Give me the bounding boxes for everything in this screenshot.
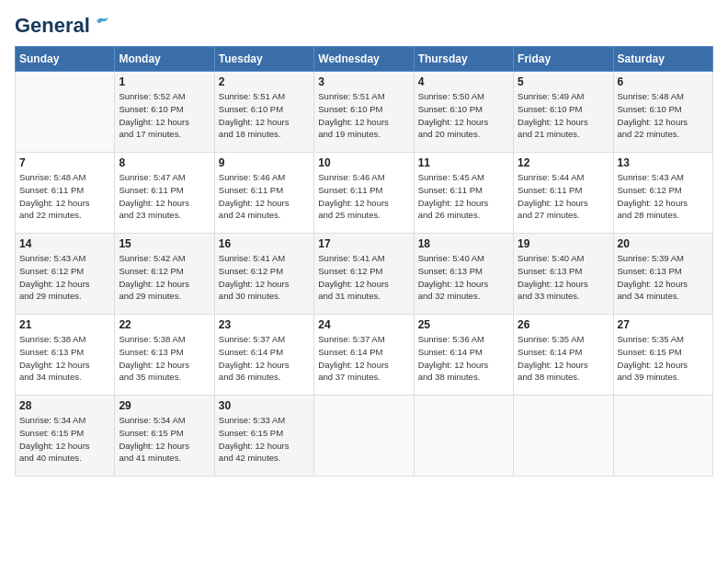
- day-info: Sunrise: 5:52 AM Sunset: 6:10 PM Dayligh…: [119, 90, 210, 141]
- day-info: Sunrise: 5:46 AM Sunset: 6:11 PM Dayligh…: [219, 171, 310, 222]
- day-info: Sunrise: 5:38 AM Sunset: 6:13 PM Dayligh…: [19, 333, 110, 384]
- day-info: Sunrise: 5:50 AM Sunset: 6:10 PM Dayligh…: [418, 90, 509, 141]
- day-info: Sunrise: 5:33 AM Sunset: 6:15 PM Dayligh…: [219, 414, 310, 465]
- weekday-header-thursday: Thursday: [414, 47, 513, 72]
- day-info: Sunrise: 5:44 AM Sunset: 6:11 PM Dayligh…: [518, 171, 609, 222]
- day-info: Sunrise: 5:51 AM Sunset: 6:10 PM Dayligh…: [318, 90, 409, 141]
- calendar-cell: 15Sunrise: 5:42 AM Sunset: 6:12 PM Dayli…: [115, 234, 214, 315]
- day-info: Sunrise: 5:35 AM Sunset: 6:14 PM Dayligh…: [518, 333, 609, 384]
- calendar-cell: 29Sunrise: 5:34 AM Sunset: 6:15 PM Dayli…: [115, 396, 214, 477]
- calendar-cell: 14Sunrise: 5:43 AM Sunset: 6:12 PM Dayli…: [16, 234, 115, 315]
- day-number: 15: [119, 237, 210, 250]
- day-info: Sunrise: 5:40 AM Sunset: 6:13 PM Dayligh…: [518, 252, 609, 303]
- calendar-cell: 10Sunrise: 5:46 AM Sunset: 6:11 PM Dayli…: [314, 153, 414, 234]
- day-info: Sunrise: 5:48 AM Sunset: 6:10 PM Dayligh…: [618, 90, 709, 141]
- calendar-cell: 3Sunrise: 5:51 AM Sunset: 6:10 PM Daylig…: [314, 72, 414, 153]
- day-number: 8: [119, 156, 210, 169]
- calendar-week-row: 1Sunrise: 5:52 AM Sunset: 6:10 PM Daylig…: [16, 72, 713, 153]
- calendar-week-row: 21Sunrise: 5:38 AM Sunset: 6:13 PM Dayli…: [16, 315, 713, 396]
- day-number: 19: [518, 237, 609, 250]
- day-number: 20: [618, 237, 709, 250]
- logo-bird-icon: [94, 13, 110, 29]
- page-header: General: [15, 15, 713, 37]
- day-number: 17: [318, 237, 409, 250]
- day-number: 3: [318, 75, 409, 88]
- calendar-cell: 11Sunrise: 5:45 AM Sunset: 6:11 PM Dayli…: [414, 153, 513, 234]
- day-info: Sunrise: 5:38 AM Sunset: 6:13 PM Dayligh…: [119, 333, 210, 384]
- day-number: 11: [418, 156, 509, 169]
- day-number: 29: [119, 399, 210, 412]
- day-info: Sunrise: 5:43 AM Sunset: 6:12 PM Dayligh…: [19, 252, 110, 303]
- day-number: 18: [418, 237, 509, 250]
- calendar-cell: 25Sunrise: 5:36 AM Sunset: 6:14 PM Dayli…: [414, 315, 513, 396]
- calendar-cell: 26Sunrise: 5:35 AM Sunset: 6:14 PM Dayli…: [514, 315, 613, 396]
- day-number: 10: [318, 156, 409, 169]
- day-info: Sunrise: 5:47 AM Sunset: 6:11 PM Dayligh…: [119, 171, 210, 222]
- calendar-cell: 12Sunrise: 5:44 AM Sunset: 6:11 PM Dayli…: [514, 153, 613, 234]
- day-info: Sunrise: 5:41 AM Sunset: 6:12 PM Dayligh…: [219, 252, 310, 303]
- calendar-cell: 27Sunrise: 5:35 AM Sunset: 6:15 PM Dayli…: [613, 315, 712, 396]
- calendar-cell: 6Sunrise: 5:48 AM Sunset: 6:10 PM Daylig…: [613, 72, 712, 153]
- weekday-header-row: SundayMondayTuesdayWednesdayThursdayFrid…: [16, 47, 713, 72]
- day-number: 9: [219, 156, 310, 169]
- day-info: Sunrise: 5:34 AM Sunset: 6:15 PM Dayligh…: [19, 414, 110, 465]
- day-number: 12: [518, 156, 609, 169]
- day-info: Sunrise: 5:37 AM Sunset: 6:14 PM Dayligh…: [318, 333, 409, 384]
- weekday-header-saturday: Saturday: [613, 47, 712, 72]
- calendar-cell: 23Sunrise: 5:37 AM Sunset: 6:14 PM Dayli…: [214, 315, 313, 396]
- calendar-cell: 1Sunrise: 5:52 AM Sunset: 6:10 PM Daylig…: [115, 72, 214, 153]
- day-number: 2: [219, 75, 310, 88]
- weekday-header-sunday: Sunday: [16, 47, 115, 72]
- calendar-cell: [514, 396, 613, 477]
- calendar-cell: 17Sunrise: 5:41 AM Sunset: 6:12 PM Dayli…: [314, 234, 414, 315]
- day-info: Sunrise: 5:37 AM Sunset: 6:14 PM Dayligh…: [219, 333, 310, 384]
- day-info: Sunrise: 5:46 AM Sunset: 6:11 PM Dayligh…: [318, 171, 409, 222]
- logo: General: [15, 15, 110, 37]
- weekday-header-friday: Friday: [514, 47, 613, 72]
- calendar-cell: 5Sunrise: 5:49 AM Sunset: 6:10 PM Daylig…: [514, 72, 613, 153]
- calendar-cell: 22Sunrise: 5:38 AM Sunset: 6:13 PM Dayli…: [115, 315, 214, 396]
- day-number: 23: [219, 318, 310, 331]
- day-number: 28: [19, 399, 110, 412]
- day-number: 5: [518, 75, 609, 88]
- calendar-cell: 9Sunrise: 5:46 AM Sunset: 6:11 PM Daylig…: [214, 153, 313, 234]
- calendar-cell: 28Sunrise: 5:34 AM Sunset: 6:15 PM Dayli…: [16, 396, 115, 477]
- calendar-cell: 18Sunrise: 5:40 AM Sunset: 6:13 PM Dayli…: [414, 234, 513, 315]
- calendar-cell: [613, 396, 712, 477]
- day-number: 1: [119, 75, 210, 88]
- calendar-cell: 19Sunrise: 5:40 AM Sunset: 6:13 PM Dayli…: [514, 234, 613, 315]
- day-info: Sunrise: 5:51 AM Sunset: 6:10 PM Dayligh…: [219, 90, 310, 141]
- calendar-cell: [16, 72, 115, 153]
- day-number: 27: [618, 318, 709, 331]
- day-number: 14: [19, 237, 110, 250]
- calendar-cell: 8Sunrise: 5:47 AM Sunset: 6:11 PM Daylig…: [115, 153, 214, 234]
- calendar-cell: [414, 396, 513, 477]
- calendar-week-row: 28Sunrise: 5:34 AM Sunset: 6:15 PM Dayli…: [16, 396, 713, 477]
- day-info: Sunrise: 5:40 AM Sunset: 6:13 PM Dayligh…: [418, 252, 509, 303]
- calendar-cell: [314, 396, 414, 477]
- day-number: 24: [318, 318, 409, 331]
- day-number: 22: [119, 318, 210, 331]
- day-number: 4: [418, 75, 509, 88]
- weekday-header-monday: Monday: [115, 47, 214, 72]
- calendar-cell: 4Sunrise: 5:50 AM Sunset: 6:10 PM Daylig…: [414, 72, 513, 153]
- day-number: 7: [19, 156, 110, 169]
- calendar-cell: 7Sunrise: 5:48 AM Sunset: 6:11 PM Daylig…: [16, 153, 115, 234]
- day-info: Sunrise: 5:49 AM Sunset: 6:10 PM Dayligh…: [518, 90, 609, 141]
- day-info: Sunrise: 5:36 AM Sunset: 6:14 PM Dayligh…: [418, 333, 509, 384]
- calendar-cell: 30Sunrise: 5:33 AM Sunset: 6:15 PM Dayli…: [214, 396, 313, 477]
- day-info: Sunrise: 5:45 AM Sunset: 6:11 PM Dayligh…: [418, 171, 509, 222]
- calendar-week-row: 14Sunrise: 5:43 AM Sunset: 6:12 PM Dayli…: [16, 234, 713, 315]
- day-info: Sunrise: 5:41 AM Sunset: 6:12 PM Dayligh…: [318, 252, 409, 303]
- day-info: Sunrise: 5:34 AM Sunset: 6:15 PM Dayligh…: [119, 414, 210, 465]
- day-info: Sunrise: 5:43 AM Sunset: 6:12 PM Dayligh…: [618, 171, 709, 222]
- day-number: 26: [518, 318, 609, 331]
- calendar-table: SundayMondayTuesdayWednesdayThursdayFrid…: [15, 46, 713, 477]
- day-info: Sunrise: 5:39 AM Sunset: 6:13 PM Dayligh…: [618, 252, 709, 303]
- day-number: 25: [418, 318, 509, 331]
- day-info: Sunrise: 5:35 AM Sunset: 6:15 PM Dayligh…: [618, 333, 709, 384]
- day-number: 21: [19, 318, 110, 331]
- calendar-cell: 24Sunrise: 5:37 AM Sunset: 6:14 PM Dayli…: [314, 315, 414, 396]
- day-number: 6: [618, 75, 709, 88]
- calendar-cell: 2Sunrise: 5:51 AM Sunset: 6:10 PM Daylig…: [214, 72, 313, 153]
